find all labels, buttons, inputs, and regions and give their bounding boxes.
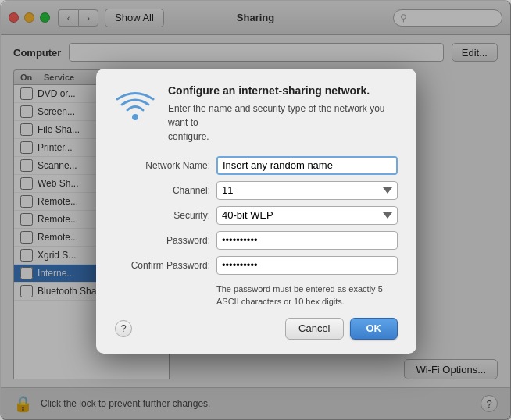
svg-point-0 [132, 114, 138, 120]
wifi-icon [115, 84, 155, 144]
network-name-input[interactable] [216, 156, 398, 175]
channel-label: Channel: [115, 185, 216, 196]
security-select[interactable]: 40-bit WEP 128-bit WEP WPA2 Personal Non… [216, 206, 398, 225]
modal-form: Network Name: Channel: 11 1 6 Security: … [115, 156, 398, 275]
security-select-wrapper: 40-bit WEP 128-bit WEP WPA2 Personal Non… [216, 206, 398, 225]
password-label: Password: [115, 235, 216, 246]
confirm-password-input[interactable] [216, 256, 398, 275]
modal-subtitle: Enter the name and security type of the … [168, 101, 398, 144]
ok-button[interactable]: OK [350, 318, 398, 340]
password-input[interactable] [216, 231, 398, 250]
modal-buttons: Cancel OK [285, 318, 398, 340]
modal-title: Configure an internet-sharing network. [168, 84, 398, 97]
cancel-button[interactable]: Cancel [285, 318, 343, 340]
modal-help-button[interactable]: ? [115, 320, 132, 337]
password-hint: The password must be entered as exactly … [216, 283, 398, 308]
network-name-label: Network Name: [115, 160, 216, 171]
channel-select-wrapper: 11 1 6 [216, 181, 398, 200]
modal-dialog: Configure an internet-sharing network. E… [96, 69, 416, 354]
security-label: Security: [115, 210, 216, 221]
modal-overlay: Configure an internet-sharing network. E… [1, 1, 511, 420]
modal-header: Configure an internet-sharing network. E… [115, 84, 398, 144]
confirm-password-label: Confirm Password: [115, 260, 216, 271]
channel-select[interactable]: 11 1 6 [216, 181, 398, 200]
modal-footer: ? Cancel OK [115, 318, 398, 340]
modal-title-block: Configure an internet-sharing network. E… [168, 84, 398, 144]
